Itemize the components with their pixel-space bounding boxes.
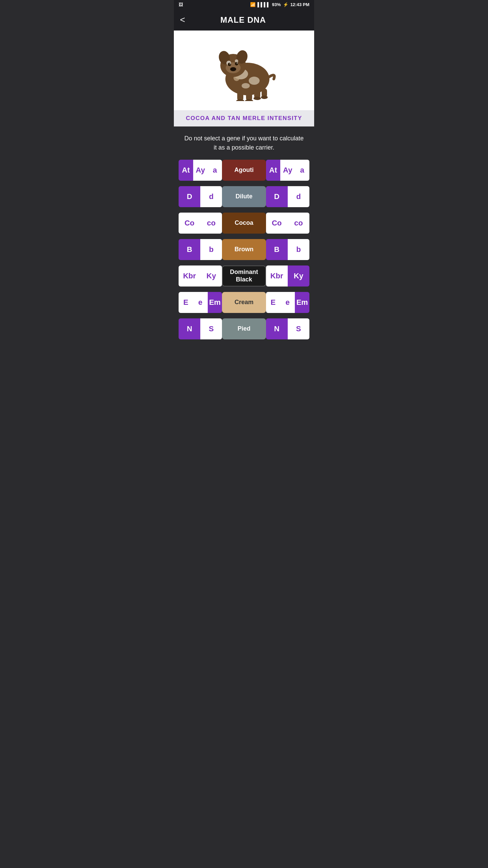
left-group-pied: NS — [179, 318, 222, 339]
left-btn-cream-E[interactable]: E — [179, 292, 193, 313]
gene-row-agouti: AtAyaAgoutiAtAya — [179, 160, 309, 181]
center-label-dilute[interactable]: Dilute — [222, 186, 266, 207]
right-group-cocoa: Coco — [266, 213, 309, 234]
right-btn-agouti-a[interactable]: a — [295, 160, 309, 181]
right-group-cream: EeEm — [266, 292, 309, 313]
gene-row-dilute: DdDiluteDd — [179, 186, 309, 207]
right-group-agouti: AtAya — [266, 160, 309, 181]
svg-point-14 — [237, 62, 238, 64]
left-group-dilute: Dd — [179, 186, 222, 207]
left-btn-dilute-d[interactable]: d — [200, 186, 222, 207]
left-btn-agouti-Ay[interactable]: Ay — [193, 160, 208, 181]
gene-rows-container: AtAyaAgoutiAtAyaDdDiluteDdCocoCocoaCocoB… — [174, 160, 314, 355]
left-btn-agouti-a[interactable]: a — [208, 160, 222, 181]
svg-point-12 — [235, 62, 238, 65]
svg-point-2 — [249, 77, 260, 85]
back-button[interactable]: < — [180, 15, 185, 25]
svg-point-21 — [245, 99, 253, 101]
center-label-dominant-black[interactable]: Dominant Black — [222, 265, 266, 287]
svg-point-20 — [236, 99, 244, 101]
center-label-agouti[interactable]: Agouti — [222, 160, 266, 181]
gene-row-cream: EeEmCreamEeEm — [179, 292, 309, 313]
app-header: < MALE DNA — [174, 9, 314, 31]
time: 12:43 PM — [290, 2, 309, 7]
left-btn-dominant-black-Ky[interactable]: Ky — [200, 265, 222, 287]
right-btn-cream-Em[interactable]: Em — [295, 292, 309, 313]
right-group-brown: Bb — [266, 239, 309, 260]
svg-point-3 — [242, 83, 250, 88]
wifi-icon: 📶 — [250, 2, 256, 7]
page-title: MALE DNA — [188, 15, 308, 25]
right-btn-brown-b[interactable]: b — [288, 239, 309, 260]
right-btn-agouti-At[interactable]: At — [266, 160, 281, 181]
right-btn-cocoa-Co[interactable]: Co — [266, 213, 288, 234]
left-group-cream: EeEm — [179, 292, 222, 313]
left-btn-agouti-At[interactable]: At — [179, 160, 193, 181]
right-btn-brown-B[interactable]: B — [266, 239, 288, 260]
subtitle-text: COCOA AND TAN MERLE INTENSITY — [179, 115, 309, 122]
svg-point-11 — [228, 63, 231, 66]
right-btn-cream-e[interactable]: e — [280, 292, 295, 313]
center-label-cocoa[interactable]: Cocoa — [222, 213, 266, 234]
dog-section — [174, 31, 314, 110]
right-group-pied: NS — [266, 318, 309, 339]
right-btn-dominant-black-Kbr[interactable]: Kbr — [266, 265, 288, 287]
svg-point-13 — [229, 63, 231, 64]
right-btn-agouti-Ay[interactable]: Ay — [280, 160, 295, 181]
left-btn-brown-B[interactable]: B — [179, 239, 200, 260]
svg-point-15 — [230, 67, 236, 71]
svg-point-23 — [261, 96, 268, 99]
right-btn-pied-N[interactable]: N — [266, 318, 288, 339]
subtitle-banner: COCOA AND TAN MERLE INTENSITY — [174, 110, 314, 126]
left-btn-cream-e[interactable]: e — [193, 292, 208, 313]
center-label-pied[interactable]: Pied — [222, 318, 266, 339]
left-btn-pied-S[interactable]: S — [200, 318, 222, 339]
left-group-dominant-black: KbrKy — [179, 265, 222, 287]
svg-point-22 — [253, 97, 261, 100]
center-label-brown[interactable]: Brown — [222, 239, 266, 260]
center-label-cream[interactable]: Cream — [222, 292, 266, 313]
left-btn-brown-b[interactable]: b — [200, 239, 222, 260]
right-group-dominant-black: KbrKy — [266, 265, 309, 287]
left-group-cocoa: Coco — [179, 213, 222, 234]
battery-percent: 93% — [272, 2, 281, 7]
battery-icon: ⚡ — [283, 2, 288, 7]
right-btn-dilute-D[interactable]: D — [266, 186, 288, 207]
left-btn-cream-Em[interactable]: Em — [208, 292, 222, 313]
left-btn-dominant-black-Kbr[interactable]: Kbr — [179, 265, 200, 287]
left-btn-cocoa-Co[interactable]: Co — [179, 213, 200, 234]
gene-row-dominant-black: KbrKyDominant BlackKbrKy — [179, 265, 309, 287]
gene-row-pied: NSPiedNS — [179, 318, 309, 339]
right-btn-pied-S[interactable]: S — [288, 318, 309, 339]
right-group-dilute: Dd — [266, 186, 309, 207]
image-icon: 🖼 — [179, 2, 183, 7]
status-left: 🖼 — [179, 2, 183, 7]
left-btn-dilute-D[interactable]: D — [179, 186, 200, 207]
left-group-agouti: AtAya — [179, 160, 222, 181]
status-bar: 🖼 📶 ▌▌▌▌ 93% ⚡ 12:43 PM — [174, 0, 314, 9]
right-btn-cream-E[interactable]: E — [266, 292, 281, 313]
instruction-text: Do not select a gene if you want to calc… — [174, 126, 314, 160]
left-btn-pied-N[interactable]: N — [179, 318, 200, 339]
right-btn-dominant-black-Ky[interactable]: Ky — [288, 265, 309, 287]
status-right: 📶 ▌▌▌▌ 93% ⚡ 12:43 PM — [250, 2, 309, 7]
signal-icon: ▌▌▌▌ — [258, 2, 270, 7]
dog-svg — [210, 40, 278, 101]
gene-row-brown: BbBrownBb — [179, 239, 309, 260]
gene-row-cocoa: CocoCocoaCoco — [179, 213, 309, 234]
dog-image-container — [207, 37, 281, 103]
right-btn-cocoa-co[interactable]: co — [288, 213, 309, 234]
right-btn-dilute-d[interactable]: d — [288, 186, 309, 207]
left-group-brown: Bb — [179, 239, 222, 260]
left-btn-cocoa-co[interactable]: co — [200, 213, 222, 234]
